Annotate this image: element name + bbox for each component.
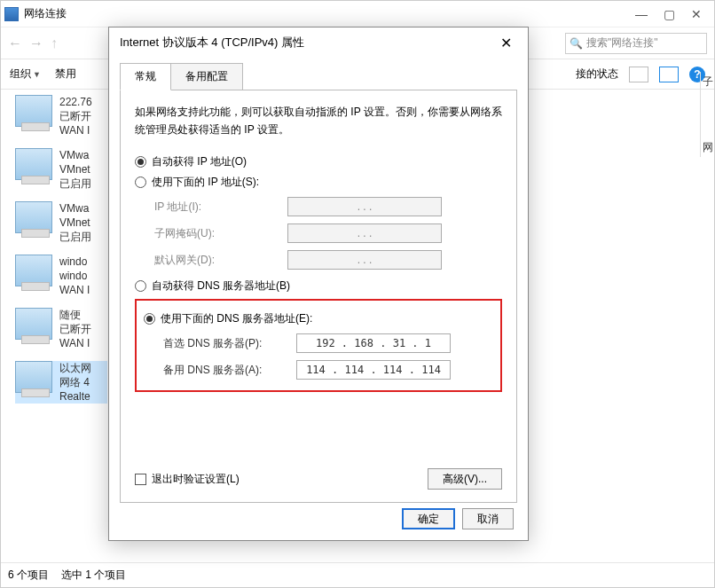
ok-button[interactable]: 确定 bbox=[402, 508, 455, 529]
back-icon[interactable]: ← bbox=[8, 35, 22, 51]
radio-icon bbox=[135, 280, 146, 292]
adapter-icon bbox=[15, 308, 52, 340]
titlebar: 网络连接 — ▢ ✕ bbox=[1, 1, 714, 27]
preferred-dns-input[interactable]: 192 . 168 . 31 . 1 bbox=[296, 333, 451, 353]
status-bar: 6 个项目 选中 1 个项目 bbox=[1, 562, 714, 587]
adapter-icon bbox=[15, 148, 52, 180]
search-icon: 🔍 bbox=[570, 37, 583, 50]
adapter-icon bbox=[15, 95, 52, 127]
alternate-dns-input[interactable]: 114 . 114 . 114 . 114 bbox=[296, 360, 451, 380]
cancel-button[interactable]: 取消 bbox=[462, 508, 514, 529]
forward-icon[interactable]: → bbox=[29, 35, 43, 51]
status-selected: 选中 1 个项目 bbox=[61, 568, 126, 583]
adapter-icon bbox=[15, 201, 52, 233]
adapter-item[interactable]: 以太网网络 4Realte bbox=[15, 361, 107, 404]
adapter-item[interactable]: VMwaVMnet已启用 bbox=[15, 148, 107, 191]
subnet-mask-label: 子网掩码(U): bbox=[154, 226, 287, 241]
ip-address-label: IP 地址(I): bbox=[154, 200, 287, 215]
adapter-item[interactable]: VMwaVMnet已启用 bbox=[15, 201, 107, 244]
chevron-down-icon: ▼ bbox=[33, 70, 41, 79]
dialog-buttons: 确定 取消 bbox=[395, 508, 514, 529]
adapter-item[interactable]: windowindoWAN I bbox=[15, 255, 107, 297]
tab-strip: 常规 备用配置 bbox=[120, 63, 517, 90]
intro-text: 如果网络支持此功能，则可以获取自动指派的 IP 设置。否则，你需要从网络系统管理… bbox=[135, 103, 502, 138]
close-icon[interactable]: ✕ bbox=[691, 8, 702, 20]
adapter-item[interactable]: 222.76已断开WAN I bbox=[15, 95, 107, 137]
adapter-list: 222.76已断开WAN I VMwaVMnet已启用 VMwaVMnet已启用… bbox=[1, 90, 107, 568]
radio-icon bbox=[144, 313, 155, 325]
truncated-menu-label[interactable]: 接的状态 bbox=[576, 67, 618, 82]
view-icon[interactable] bbox=[629, 67, 648, 82]
gateway-label: 默认网关(D): bbox=[154, 253, 287, 268]
validate-checkbox[interactable] bbox=[135, 474, 146, 485]
preferred-dns-label: 首选 DNS 服务器(P): bbox=[163, 336, 296, 351]
ip-fields: IP 地址(I):. . . 子网掩码(U):. . . 默认网关(D):. .… bbox=[154, 197, 502, 270]
advanced-button[interactable]: 高级(V)... bbox=[428, 468, 502, 490]
preview-icon[interactable] bbox=[659, 67, 679, 82]
validate-label: 退出时验证设置(L) bbox=[152, 472, 240, 487]
window-title: 网络连接 bbox=[24, 6, 635, 21]
adapter-icon bbox=[15, 255, 52, 286]
tab-alternate[interactable]: 备用配置 bbox=[170, 63, 243, 90]
adapter-item[interactable]: 随便已断开WAN I bbox=[15, 308, 107, 350]
ipv4-properties-dialog: Internet 协议版本 4 (TCP/IPv4) 属性 ✕ 常规 备用配置 … bbox=[108, 27, 529, 541]
status-item-count: 6 个项目 bbox=[8, 568, 49, 583]
up-icon[interactable]: ↑ bbox=[51, 35, 58, 51]
alternate-dns-label: 备用 DNS 服务器(A): bbox=[163, 363, 296, 378]
search-placeholder: 搜索"网络连接" bbox=[586, 35, 658, 51]
clipped-text: 子 网 bbox=[700, 72, 715, 157]
tab-general[interactable]: 常规 bbox=[120, 63, 171, 90]
radio-icon bbox=[135, 176, 146, 188]
gateway-input: . . . bbox=[287, 250, 442, 270]
app-icon bbox=[4, 7, 19, 21]
organize-menu[interactable]: 组织 ▼ bbox=[10, 67, 41, 82]
dialog-title: Internet 协议版本 4 (TCP/IPv4) 属性 bbox=[120, 35, 495, 51]
radio-ip-manual[interactable]: 使用下面的 IP 地址(S): bbox=[135, 175, 502, 190]
dialog-titlebar: Internet 协议版本 4 (TCP/IPv4) 属性 ✕ bbox=[109, 27, 528, 58]
radio-dns-auto[interactable]: 自动获得 DNS 服务器地址(B) bbox=[135, 278, 502, 294]
bottom-row: 退出时验证设置(L) 高级(V)... bbox=[135, 468, 502, 490]
window-buttons: — ▢ ✕ bbox=[635, 8, 711, 20]
search-input[interactable]: 🔍 搜索"网络连接" bbox=[565, 33, 707, 54]
close-icon[interactable]: ✕ bbox=[495, 33, 517, 53]
disable-menu[interactable]: 禁用 bbox=[55, 67, 76, 82]
dns-manual-highlight: 使用下面的 DNS 服务器地址(E): 首选 DNS 服务器(P):192 . … bbox=[135, 299, 502, 392]
radio-icon bbox=[135, 156, 146, 168]
tab-body: 如果网络支持此功能，则可以获取自动指派的 IP 设置。否则，你需要从网络系统管理… bbox=[120, 90, 517, 503]
dns-fields: 首选 DNS 服务器(P):192 . 168 . 31 . 1 备用 DNS … bbox=[163, 333, 493, 380]
minimize-icon[interactable]: — bbox=[635, 8, 648, 20]
ip-address-input: . . . bbox=[287, 197, 442, 216]
subnet-mask-input: . . . bbox=[287, 223, 442, 243]
adapter-icon bbox=[15, 361, 52, 393]
radio-ip-auto[interactable]: 自动获得 IP 地址(O) bbox=[135, 154, 502, 169]
maximize-icon[interactable]: ▢ bbox=[664, 8, 675, 20]
radio-dns-manual[interactable]: 使用下面的 DNS 服务器地址(E): bbox=[144, 311, 493, 326]
